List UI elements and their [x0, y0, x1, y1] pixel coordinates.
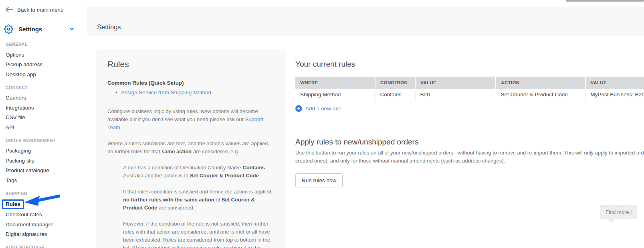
table-column-header: ACTION: [496, 77, 585, 89]
sidebar-item-pickup-address[interactable]: Pickup address: [6, 60, 82, 70]
current-rules-heading: Your current rules: [295, 60, 355, 69]
arrow-left-icon: [5, 6, 13, 13]
nav-section-header: POST PURCHASE: [6, 245, 82, 248]
page-header-bar: Settings: [87, 7, 644, 36]
table-column-header: CONDITION: [375, 77, 415, 89]
table-column-header: WHERE: [295, 77, 375, 89]
apply-rules-text-line: created ones), and only for those withou…: [295, 157, 644, 165]
card-paragraph: However, if the condition of the rule is…: [123, 220, 275, 248]
back-label: Back to main menu: [17, 7, 64, 13]
card-title: Rules: [107, 59, 275, 69]
table-column-header: VALUE: [585, 77, 644, 89]
card-example-paragraph: If that rule's condition is satisfied an…: [123, 188, 275, 212]
sidebar-item-checkout-rates[interactable]: Checkout rates: [6, 210, 82, 220]
sidebar-item-integrations[interactable]: Integrations: [6, 103, 82, 113]
sidebar-item-digital-signatures[interactable]: Digital signatures: [6, 230, 82, 240]
apply-rules-text-line: Use this button to run your rules on all…: [295, 149, 644, 157]
quick-setup-links: Assign Service from Shipping Method: [115, 89, 275, 97]
nav-section-header: SHIPPING: [6, 191, 82, 196]
table-cell: Contains: [375, 89, 415, 101]
table-row: Shipping MethodContainsB20Set Courier & …: [295, 89, 644, 101]
sidebar-title: Settings: [18, 26, 42, 33]
sidebar-item-desktop-app[interactable]: Desktop app: [6, 69, 82, 79]
card-example-paragraph: A rule has a condition of Destination Co…: [123, 164, 275, 180]
sidebar-nav: GENERALOptionsPickup addressDesktop appC…: [6, 42, 82, 248]
card-paragraph: Configure business logic by using rules.…: [107, 108, 275, 132]
sidebar-item-csv-file[interactable]: CSV file: [6, 113, 82, 123]
top-scrollbar[interactable]: [566, 0, 644, 2]
rules-info-card: Rules Common Rules (Quick Setup) Assign …: [96, 49, 286, 248]
table-column-header: VALUE: [415, 77, 496, 89]
quick-setup-link[interactable]: Assign Service from Shipping Method: [121, 89, 211, 96]
gear-icon: [4, 24, 13, 34]
add-new-rule-label: Add a new rule: [305, 106, 341, 112]
settings-section-header: Settings: [4, 23, 82, 35]
nav-section-header: GENERAL: [6, 42, 82, 47]
find-more-tooltip: Find more i: [600, 205, 637, 219]
run-rules-now-button[interactable]: Run rules now: [295, 173, 343, 187]
common-rules-subtitle: Common Rules (Quick Setup): [107, 80, 275, 86]
sidebar-item-product-catalogue[interactable]: Product catalogue: [6, 166, 82, 176]
apply-rules-description: Use this button to run your rules on all…: [295, 149, 644, 165]
chevron-down-icon[interactable]: [69, 26, 75, 34]
add-new-rule-link[interactable]: + Add a new rule: [295, 105, 341, 112]
nav-section-header: ORDER MANAGEMENT: [6, 138, 82, 143]
table-cell: MyPost Business: B20: [585, 89, 644, 101]
back-to-main-menu-button[interactable]: Back to main menu: [5, 6, 64, 13]
card-paragraph: Where a rule's conditions are met, and t…: [107, 140, 275, 156]
sidebar-item-couriers[interactable]: Couriers: [6, 93, 82, 103]
sidebar-item-packing-slip[interactable]: Packing slip: [6, 156, 82, 166]
sidebar-item-options[interactable]: Options: [6, 50, 82, 60]
settings-sidebar: Back to main menu Settings GENERALOption…: [0, 0, 86, 248]
page-title: Settings: [97, 23, 121, 31]
nav-section-header: CONNECT: [6, 85, 82, 90]
sidebar-item-packaging[interactable]: Packaging: [6, 146, 82, 156]
quick-link-item: Assign Service from Shipping Method: [115, 89, 275, 97]
apply-rules-heading: Apply rules to new/unshipped orders: [295, 138, 418, 146]
sidebar-item-document-manager[interactable]: Document manager: [6, 220, 82, 230]
rules-table: WHERECONDITIONVALUEACTIONVALUE Shipping …: [295, 77, 644, 101]
annotation-highlight-box: Rules: [2, 199, 24, 209]
plus-circle-icon: +: [295, 105, 302, 112]
table-cell: Shipping Method: [295, 89, 375, 101]
sidebar-item-rules[interactable]: Rules: [6, 199, 82, 210]
table-cell: Set Courier & Product Code: [496, 89, 585, 101]
table-cell: B20: [415, 89, 496, 101]
sidebar-item-tags[interactable]: Tags: [6, 175, 82, 185]
sidebar-item-api[interactable]: API: [6, 122, 82, 132]
